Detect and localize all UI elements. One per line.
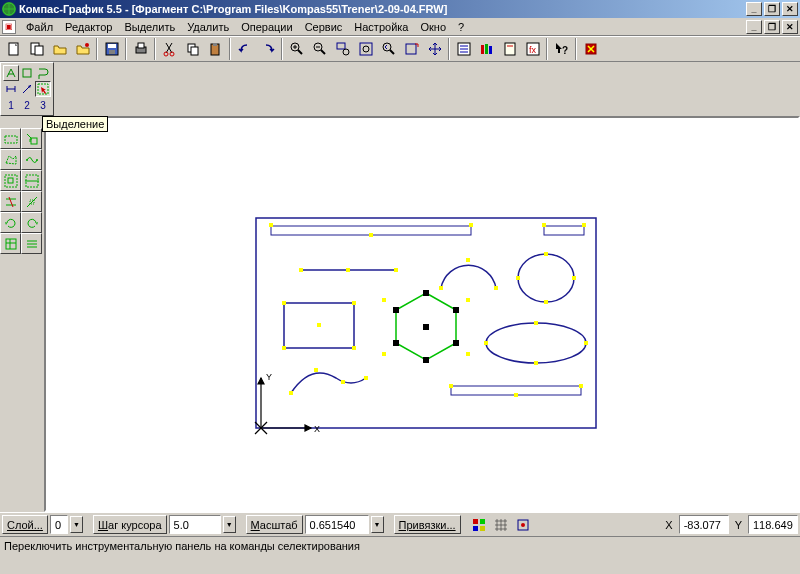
props-button[interactable] [452, 38, 475, 60]
library-button[interactable] [475, 38, 498, 60]
sel-window-button[interactable] [0, 170, 21, 191]
menu-delete[interactable]: Удалить [181, 20, 235, 34]
menu-settings[interactable]: Настройка [348, 20, 414, 34]
mdi-doc-icon[interactable]: ▣ [2, 20, 16, 34]
open-button[interactable] [48, 38, 71, 60]
svg-rect-109 [534, 321, 538, 325]
layer-field[interactable]: 0 [50, 515, 68, 534]
layer-dropdown[interactable]: ▼ [70, 516, 83, 533]
zoom-window-button[interactable] [331, 38, 354, 60]
drawing-canvas[interactable]: Y X [46, 118, 798, 510]
mode-arrow[interactable] [19, 81, 35, 97]
svg-point-27 [383, 43, 391, 51]
cursor-step-field[interactable]: 5.0 [169, 515, 221, 534]
svg-rect-92 [466, 258, 470, 262]
menu-window[interactable]: Окно [414, 20, 452, 34]
zoom-pan-button[interactable] [423, 38, 446, 60]
tab-2[interactable]: 2 [19, 97, 35, 113]
svg-rect-98 [282, 301, 286, 305]
copy-button[interactable] [181, 38, 204, 60]
cursor-step-button[interactable]: Шаг курсора [93, 515, 167, 534]
menu-select[interactable]: Выделить [118, 20, 181, 34]
svg-rect-116 [579, 384, 583, 388]
mode-p[interactable] [35, 65, 51, 81]
svg-rect-115 [449, 384, 453, 388]
zoom-all-button[interactable] [354, 38, 377, 60]
sel-rect-button[interactable] [0, 128, 21, 149]
spec-button[interactable] [498, 38, 521, 60]
mode-r[interactable] [19, 65, 35, 81]
mode-dim[interactable] [3, 81, 19, 97]
svg-rect-35 [485, 44, 488, 54]
zoom-out-button[interactable] [308, 38, 331, 60]
mdi-minimize-button[interactable]: _ [746, 20, 762, 34]
snap-toggle-3[interactable] [513, 515, 533, 534]
redo-button[interactable] [256, 38, 279, 60]
y-label: Y [731, 517, 746, 533]
new-button[interactable] [2, 38, 25, 60]
help-context-button[interactable]: ? [550, 38, 573, 60]
svg-point-51 [26, 159, 28, 161]
sel-type-button[interactable] [21, 233, 42, 254]
menu-file[interactable]: Файл [20, 20, 59, 34]
sel-all-button[interactable] [0, 233, 21, 254]
svg-text:Y: Y [266, 372, 272, 382]
svg-rect-93 [494, 286, 498, 290]
snap-toggle-1[interactable] [469, 515, 489, 534]
svg-text:?: ? [562, 45, 568, 56]
undo-button[interactable] [233, 38, 256, 60]
mdi-close-button[interactable]: ✕ [782, 20, 798, 34]
save-button[interactable] [100, 38, 123, 60]
zoom-refresh-button[interactable] [400, 38, 423, 60]
snap-button[interactable]: Привязки... [394, 515, 461, 534]
sel-cut-button[interactable] [0, 191, 21, 212]
app-icon [2, 2, 16, 16]
svg-rect-9 [138, 43, 144, 48]
scale-field[interactable]: 0.651540 [305, 515, 369, 534]
menu-editor[interactable]: Редактор [59, 20, 118, 34]
tab-1[interactable]: 1 [3, 97, 19, 113]
svg-rect-117 [514, 393, 518, 397]
new-adv-button[interactable] [25, 38, 48, 60]
mode-selection[interactable] [35, 81, 51, 97]
sel-poly-button[interactable] [0, 149, 21, 170]
sel-rotate-button[interactable] [0, 212, 21, 233]
sel-point-button[interactable] [21, 128, 42, 149]
stop-button[interactable] [579, 38, 602, 60]
svg-rect-69 [544, 226, 584, 235]
svg-rect-77 [423, 357, 429, 363]
open-adv-button[interactable] [71, 38, 94, 60]
maximize-button[interactable]: ❐ [764, 2, 780, 16]
mode-a[interactable] [3, 65, 19, 81]
cursor-step-dropdown[interactable]: ▼ [223, 516, 236, 533]
menu-operations[interactable]: Операции [235, 20, 298, 34]
zoom-in-button[interactable] [285, 38, 308, 60]
sel-line-button[interactable] [21, 191, 42, 212]
svg-point-129 [521, 523, 525, 527]
cut-button[interactable] [158, 38, 181, 60]
scale-button[interactable]: Масштаб [246, 515, 303, 534]
svg-rect-100 [282, 346, 286, 350]
menu-help[interactable]: ? [452, 20, 470, 34]
paste-button[interactable] [204, 38, 227, 60]
sel-crossing-button[interactable] [21, 170, 42, 191]
menu-service[interactable]: Сервис [299, 20, 349, 34]
scale-dropdown[interactable]: ▼ [371, 516, 384, 533]
svg-text:X: X [314, 424, 320, 434]
sel-mirror-button[interactable] [21, 212, 42, 233]
sel-chain-button[interactable] [21, 149, 42, 170]
svg-rect-29 [406, 44, 416, 54]
svg-rect-84 [469, 223, 473, 227]
close-button[interactable]: ✕ [782, 2, 798, 16]
tab-3[interactable]: 3 [35, 97, 51, 113]
print-button[interactable] [129, 38, 152, 60]
svg-rect-78 [393, 340, 399, 346]
layer-button[interactable]: Слой... [2, 515, 48, 534]
svg-rect-111 [289, 391, 293, 395]
minimize-button[interactable]: _ [746, 2, 762, 16]
snap-toggle-2[interactable] [491, 515, 511, 534]
zoom-prev-button[interactable] [377, 38, 400, 60]
variables-button[interactable]: fx [521, 38, 544, 60]
svg-text:fx: fx [529, 45, 537, 55]
mdi-restore-button[interactable]: ❐ [764, 20, 780, 34]
